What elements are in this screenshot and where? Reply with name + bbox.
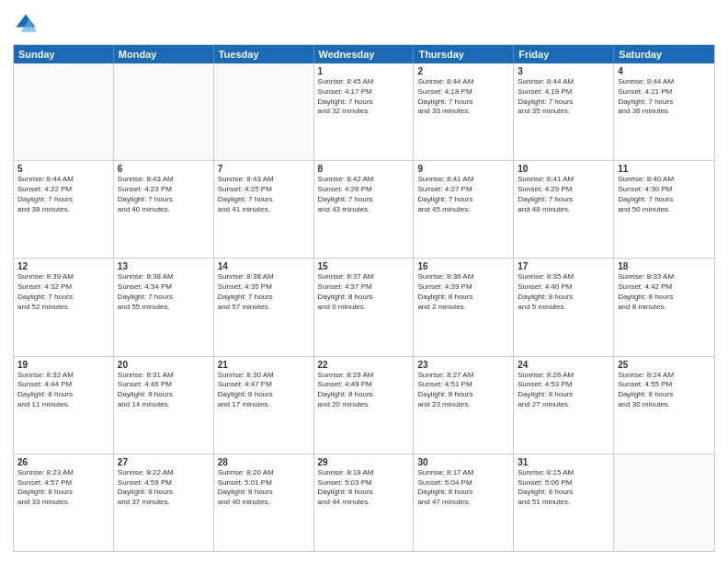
day-number: 28 [218,457,310,467]
day-number: 16 [417,261,509,271]
day-number: 10 [518,164,609,174]
cell-info: Sunrise: 8:44 AM Sunset: 4:21 PM Dayligh… [618,77,711,117]
cell-info: Sunrise: 8:44 AM Sunset: 4:19 PM Dayligh… [518,77,609,117]
calendar-cell: 12Sunrise: 8:39 AM Sunset: 4:32 PM Dayli… [14,259,114,355]
calendar-cell: 30Sunrise: 8:17 AM Sunset: 5:04 PM Dayli… [414,454,514,551]
calendar-cell: 17Sunrise: 8:35 AM Sunset: 4:40 PM Dayli… [514,259,614,355]
cell-info: Sunrise: 8:24 AM Sunset: 4:55 PM Dayligh… [618,371,711,410]
header [13,11,715,37]
calendar-row-5: 26Sunrise: 8:23 AM Sunset: 4:57 PM Dayli… [14,454,714,551]
cell-info: Sunrise: 8:44 AM Sunset: 4:18 PM Dayligh… [417,77,509,117]
day-number: 4 [618,66,711,76]
calendar-cell: 13Sunrise: 8:38 AM Sunset: 4:34 PM Dayli… [114,259,214,355]
calendar-cell: 19Sunrise: 8:32 AM Sunset: 4:44 PM Dayli… [14,357,114,454]
day-number: 29 [318,457,410,467]
calendar: SundayMondayTuesdayWednesdayThursdayFrid… [13,44,715,552]
cell-info: Sunrise: 8:31 AM Sunset: 4:46 PM Dayligh… [118,371,210,410]
day-number: 8 [318,164,410,174]
calendar-cell: 23Sunrise: 8:27 AM Sunset: 4:51 PM Dayli… [414,357,514,454]
calendar-body: 1Sunrise: 8:45 AM Sunset: 4:17 PM Daylig… [14,63,714,551]
day-number: 24 [518,360,609,370]
page: SundayMondayTuesdayWednesdayThursdayFrid… [0,0,728,563]
header-day-tuesday: Tuesday [214,45,314,63]
day-number: 9 [417,164,509,174]
cell-info: Sunrise: 8:26 AM Sunset: 4:53 PM Dayligh… [518,371,609,410]
day-number: 17 [518,261,609,271]
day-number: 18 [618,261,711,271]
cell-info: Sunrise: 8:40 AM Sunset: 4:30 PM Dayligh… [618,175,711,214]
calendar-cell [14,63,114,160]
cell-info: Sunrise: 8:38 AM Sunset: 4:34 PM Dayligh… [118,272,210,312]
calendar-cell: 5Sunrise: 8:44 AM Sunset: 4:22 PM Daylig… [14,161,114,258]
calendar-cell: 9Sunrise: 8:41 AM Sunset: 4:27 PM Daylig… [414,161,514,258]
calendar-cell [214,63,314,160]
day-number: 12 [17,261,109,271]
day-number: 26 [17,457,109,467]
calendar-cell: 3Sunrise: 8:44 AM Sunset: 4:19 PM Daylig… [514,63,614,160]
calendar-cell: 4Sunrise: 8:44 AM Sunset: 4:21 PM Daylig… [614,63,714,160]
day-number: 13 [118,261,210,271]
day-number: 7 [218,164,310,174]
cell-info: Sunrise: 8:22 AM Sunset: 4:59 PM Dayligh… [118,468,210,508]
day-number: 23 [417,360,509,370]
header-day-friday: Friday [514,45,614,63]
header-day-wednesday: Wednesday [314,45,415,63]
day-number: 11 [618,164,711,174]
calendar-cell: 28Sunrise: 8:20 AM Sunset: 5:01 PM Dayli… [214,454,314,551]
cell-info: Sunrise: 8:27 AM Sunset: 4:51 PM Dayligh… [417,371,509,410]
cell-info: Sunrise: 8:20 AM Sunset: 5:01 PM Dayligh… [218,468,310,508]
calendar-cell: 8Sunrise: 8:42 AM Sunset: 4:26 PM Daylig… [314,161,415,258]
calendar-cell: 20Sunrise: 8:31 AM Sunset: 4:46 PM Dayli… [114,357,214,454]
day-number: 25 [618,360,711,370]
cell-info: Sunrise: 8:39 AM Sunset: 4:32 PM Dayligh… [17,272,109,312]
header-day-monday: Monday [114,45,214,63]
calendar-cell: 29Sunrise: 8:18 AM Sunset: 5:03 PM Dayli… [314,454,415,551]
day-number: 6 [118,164,210,174]
day-number: 21 [218,360,310,370]
calendar-cell: 2Sunrise: 8:44 AM Sunset: 4:18 PM Daylig… [414,63,514,160]
day-number: 22 [318,360,410,370]
calendar-cell: 18Sunrise: 8:33 AM Sunset: 4:42 PM Dayli… [614,259,714,355]
day-number: 15 [318,261,410,271]
calendar-cell: 31Sunrise: 8:15 AM Sunset: 5:06 PM Dayli… [514,454,614,551]
calendar-cell: 16Sunrise: 8:36 AM Sunset: 4:39 PM Dayli… [414,259,514,355]
calendar-cell: 15Sunrise: 8:37 AM Sunset: 4:37 PM Dayli… [314,259,415,355]
day-number: 14 [218,261,310,271]
cell-info: Sunrise: 8:35 AM Sunset: 4:40 PM Dayligh… [518,272,609,312]
calendar-cell: 27Sunrise: 8:22 AM Sunset: 4:59 PM Dayli… [114,454,214,551]
calendar-row-1: 1Sunrise: 8:45 AM Sunset: 4:17 PM Daylig… [14,63,714,160]
day-number: 2 [417,66,509,76]
cell-info: Sunrise: 8:36 AM Sunset: 4:39 PM Dayligh… [417,272,509,312]
cell-info: Sunrise: 8:38 AM Sunset: 4:35 PM Dayligh… [218,272,310,312]
cell-info: Sunrise: 8:42 AM Sunset: 4:26 PM Dayligh… [318,175,410,214]
day-number: 20 [118,360,210,370]
calendar-cell: 6Sunrise: 8:43 AM Sunset: 4:23 PM Daylig… [114,161,214,258]
cell-info: Sunrise: 8:41 AM Sunset: 4:27 PM Dayligh… [417,175,509,214]
calendar-header: SundayMondayTuesdayWednesdayThursdayFrid… [14,45,714,63]
cell-info: Sunrise: 8:37 AM Sunset: 4:37 PM Dayligh… [318,272,410,312]
calendar-cell [114,63,214,160]
day-number: 30 [417,457,509,467]
header-day-saturday: Saturday [614,45,714,63]
calendar-cell: 10Sunrise: 8:41 AM Sunset: 4:29 PM Dayli… [514,161,614,258]
cell-info: Sunrise: 8:17 AM Sunset: 5:04 PM Dayligh… [417,468,509,508]
cell-info: Sunrise: 8:32 AM Sunset: 4:44 PM Dayligh… [17,371,109,410]
day-number: 31 [518,457,609,467]
day-number: 3 [518,66,609,76]
calendar-row-2: 5Sunrise: 8:44 AM Sunset: 4:22 PM Daylig… [14,160,714,258]
day-number: 19 [17,360,109,370]
day-number: 27 [118,457,210,467]
cell-info: Sunrise: 8:30 AM Sunset: 4:47 PM Dayligh… [218,371,310,410]
cell-info: Sunrise: 8:29 AM Sunset: 4:49 PM Dayligh… [318,371,410,410]
calendar-cell: 21Sunrise: 8:30 AM Sunset: 4:47 PM Dayli… [214,357,314,454]
cell-info: Sunrise: 8:44 AM Sunset: 4:22 PM Dayligh… [17,175,109,214]
cell-info: Sunrise: 8:43 AM Sunset: 4:25 PM Dayligh… [218,175,310,214]
cell-info: Sunrise: 8:15 AM Sunset: 5:06 PM Dayligh… [518,468,609,508]
calendar-cell: 25Sunrise: 8:24 AM Sunset: 4:55 PM Dayli… [614,357,714,454]
logo [13,11,42,37]
cell-info: Sunrise: 8:43 AM Sunset: 4:23 PM Dayligh… [118,175,210,214]
header-day-thursday: Thursday [414,45,514,63]
cell-info: Sunrise: 8:41 AM Sunset: 4:29 PM Dayligh… [518,175,609,214]
calendar-row-4: 19Sunrise: 8:32 AM Sunset: 4:44 PM Dayli… [14,356,714,454]
calendar-row-3: 12Sunrise: 8:39 AM Sunset: 4:32 PM Dayli… [14,258,714,355]
